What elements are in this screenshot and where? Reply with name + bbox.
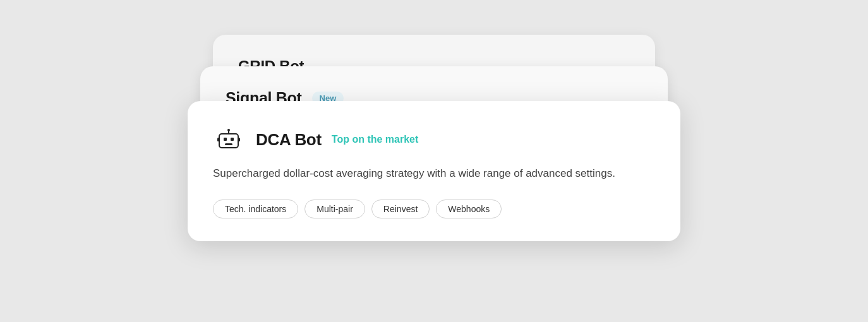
svg-rect-1 [224,138,227,141]
svg-rect-3 [225,143,232,145]
cards-stack: GRID Bot Signal Bot New [188,35,680,287]
svg-rect-6 [217,138,219,141]
dca-bot-badge: Top on the market [332,134,419,145]
dca-bot-title: DCA Bot [256,130,322,150]
dca-bot-icon [213,124,244,155]
tag-webhooks: Webhooks [436,200,502,218]
dca-bot-description: Supercharged dollar-cost averaging strat… [213,165,655,182]
tag-tech-indicators: Tech. indicators [213,200,298,218]
svg-rect-2 [231,138,234,141]
svg-rect-0 [219,134,238,148]
svg-rect-7 [238,138,240,141]
svg-point-5 [227,129,230,131]
tag-reinvest: Reinvest [371,200,430,218]
dca-bot-card[interactable]: DCA Bot Top on the market Supercharged d… [188,101,680,241]
tag-multi-pair: Multi-pair [304,200,365,218]
dca-bot-tags: Tech. indicators Multi-pair Reinvest Web… [213,200,655,218]
